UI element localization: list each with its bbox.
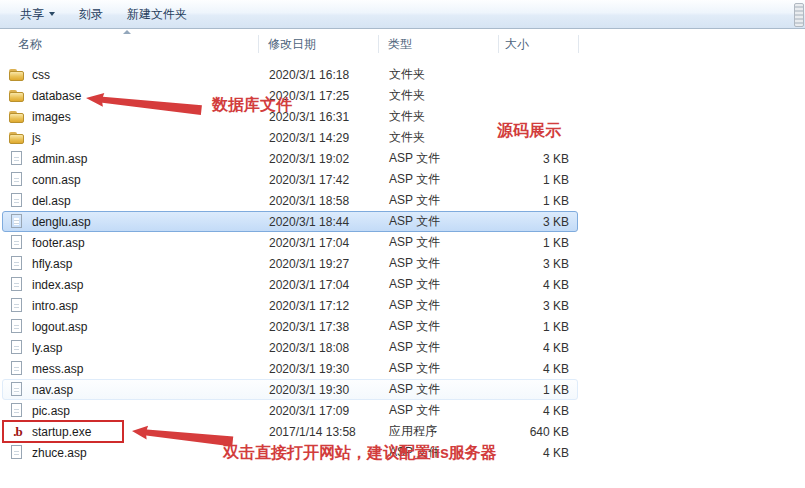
file-size: 1 KB [499,236,577,250]
asp-file-icon [9,150,26,167]
file-name: admin.asp [32,152,87,166]
file-date-modified: 2020/3/1 17:04 [259,236,379,250]
table-row[interactable]: denglu.asp 2020/3/1 18:44 ASP 文件 3 KB [2,211,578,232]
asp-file-icon [9,276,26,293]
table-row[interactable]: nav.asp 2020/3/1 19:30 ASP 文件 1 KB [2,379,578,400]
file-size: 1 KB [499,194,577,208]
file-date-modified: 2020/3/1 19:02 [259,152,379,166]
table-row[interactable]: images 2020/3/1 16:31 文件夹 [2,106,578,127]
table-row[interactable]: css 2020/3/1 16:18 文件夹 [2,64,578,85]
file-name-cell: mess.asp [3,360,259,377]
chevron-down-icon [49,12,55,16]
file-name: logout.asp [32,320,87,334]
file-name: del.asp [32,194,71,208]
scrollbar-grip[interactable] [794,3,804,27]
share-button[interactable]: 共享 [8,0,67,28]
file-name-cell: .b startup.exe [3,423,259,440]
burn-button[interactable]: 刻录 [67,0,115,28]
file-type: ASP 文件 [379,192,499,209]
column-header-name[interactable]: 名称 [18,30,42,58]
file-date-modified: 2020/3/1 18:08 [259,341,379,355]
folder-icon [9,108,26,125]
table-row[interactable]: ly.asp 2020/3/1 18:08 ASP 文件 4 KB [2,337,578,358]
table-row[interactable]: intro.asp 2020/3/1 17:12 ASP 文件 3 KB [2,295,578,316]
column-header-size[interactable]: 大小 [505,30,529,58]
file-name: css [32,68,50,82]
table-row[interactable]: conn.asp 2020/3/1 17:42 ASP 文件 1 KB [2,169,578,190]
file-list: css 2020/3/1 16:18 文件夹 database 2020/3/1… [2,64,578,463]
table-row[interactable]: zhuce.asp ASP 文件 4 KB [2,442,578,463]
file-type: ASP 文件 [379,339,499,356]
file-name: mess.asp [32,362,83,376]
file-type: 应用程序 [379,423,499,440]
asp-file-icon [9,318,26,335]
file-size: 1 KB [499,320,577,334]
file-name: startup.exe [32,425,91,439]
file-name-cell: hfly.asp [3,255,259,272]
file-name: ly.asp [32,341,62,355]
file-date-modified: 2020/3/1 17:38 [259,320,379,334]
file-name-cell: js [3,129,259,146]
file-name: images [32,110,71,124]
command-toolbar: 共享 刻录 新建文件夹 [0,0,805,29]
column-divider[interactable] [258,35,259,53]
table-row[interactable]: admin.asp 2020/3/1 19:02 ASP 文件 3 KB [2,148,578,169]
column-header-type[interactable]: 类型 [388,30,412,58]
file-type: ASP 文件 [379,318,499,335]
column-divider[interactable] [378,35,379,53]
new-folder-button[interactable]: 新建文件夹 [115,0,199,28]
file-size: 4 KB [499,446,577,460]
file-size: 1 KB [499,173,577,187]
file-name: zhuce.asp [32,446,87,460]
file-date-modified: 2020/3/1 17:25 [259,89,379,103]
file-type: 文件夹 [379,66,499,83]
file-date-modified: 2020/3/1 16:31 [259,110,379,124]
file-name: nav.asp [32,383,73,397]
table-row[interactable]: mess.asp 2020/3/1 19:30 ASP 文件 4 KB [2,358,578,379]
column-divider[interactable] [498,35,499,53]
column-divider[interactable] [578,35,579,53]
file-name-cell: conn.asp [3,171,259,188]
file-type: 文件夹 [379,87,499,104]
asp-file-icon [9,297,26,314]
file-size: 1 KB [499,383,577,397]
file-name: footer.asp [32,236,85,250]
file-size: 4 KB [499,404,577,418]
file-name: conn.asp [32,173,81,187]
asp-file-icon [9,402,26,419]
column-header-date-modified[interactable]: 修改日期 [268,30,316,58]
file-name-cell: pic.asp [3,402,259,419]
file-size: 640 KB [499,425,577,439]
file-name-cell: database [3,87,259,104]
asp-file-icon [9,192,26,209]
file-type: ASP 文件 [379,402,499,419]
file-type: ASP 文件 [379,234,499,251]
table-row[interactable]: pic.asp 2020/3/1 17:09 ASP 文件 4 KB [2,400,578,421]
asp-file-icon [9,255,26,272]
file-size: 4 KB [499,278,577,292]
file-name-cell: zhuce.asp [3,444,259,461]
file-date-modified: 2020/3/1 19:30 [259,362,379,376]
file-type: 文件夹 [379,129,499,146]
file-type: ASP 文件 [379,360,499,377]
file-type: ASP 文件 [379,213,499,230]
file-type: ASP 文件 [379,297,499,314]
table-row[interactable]: footer.asp 2020/3/1 17:04 ASP 文件 1 KB [2,232,578,253]
file-date-modified: 2020/3/1 17:12 [259,299,379,313]
table-row[interactable]: index.asp 2020/3/1 17:04 ASP 文件 4 KB [2,274,578,295]
table-row[interactable]: .b startup.exe 2017/1/14 13:58 应用程序 640 … [2,421,578,442]
asp-file-icon [9,444,26,461]
file-name: hfly.asp [32,257,72,271]
table-row[interactable]: del.asp 2020/3/1 18:58 ASP 文件 1 KB [2,190,578,211]
asp-file-icon [9,234,26,251]
file-name-cell: logout.asp [3,318,259,335]
table-row[interactable]: database 2020/3/1 17:25 文件夹 [2,85,578,106]
file-type: ASP 文件 [379,255,499,272]
file-date-modified: 2017/1/14 13:58 [259,425,379,439]
asp-file-icon [9,171,26,188]
table-row[interactable]: hfly.asp 2020/3/1 19:27 ASP 文件 3 KB [2,253,578,274]
asp-file-icon [9,339,26,356]
share-button-label: 共享 [20,6,44,23]
table-row[interactable]: js 2020/3/1 14:29 文件夹 [2,127,578,148]
table-row[interactable]: logout.asp 2020/3/1 17:38 ASP 文件 1 KB [2,316,578,337]
